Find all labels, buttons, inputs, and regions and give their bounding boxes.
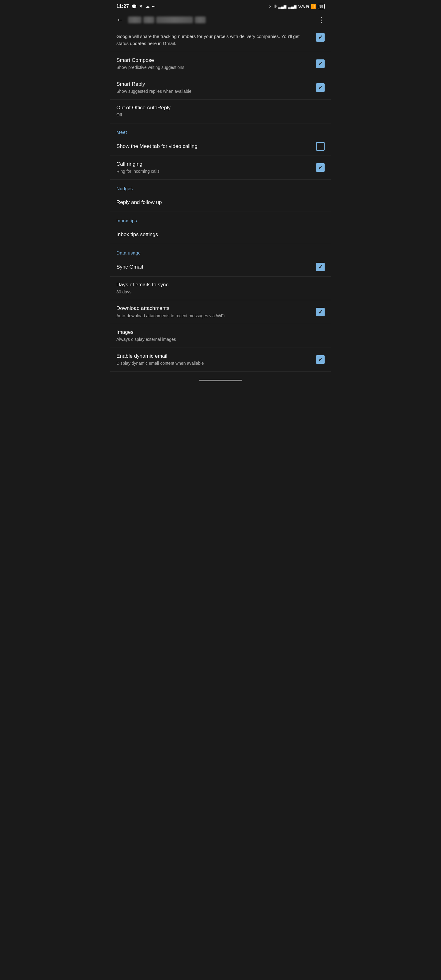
avatar-3 [195, 16, 206, 23]
meet-tab-text: Show the Meet tab for video calling [116, 143, 316, 150]
smart-reply-checkbox[interactable]: ✓ [316, 83, 325, 92]
dynamic-email-item[interactable]: Enable dynamic email Display dynamic ema… [110, 348, 331, 372]
registered-icon: ® [274, 4, 277, 9]
reply-follow-up-item[interactable]: Reply and follow up [110, 194, 331, 212]
signal2-icon: ▂▄▆ [288, 4, 296, 9]
checkmark-icon: ✓ [318, 309, 323, 315]
sync-gmail-item[interactable]: Sync Gmail ✓ [110, 258, 331, 277]
twitter-icon: ✕ [139, 4, 143, 9]
parcel-tracking-text: Google will share the tracking numbers f… [116, 33, 316, 47]
toolbar-account-info [128, 16, 313, 23]
inbox-tips-settings-item[interactable]: Inbox tips settings [110, 226, 331, 244]
call-ringing-checkbox[interactable]: ✓ [316, 163, 325, 172]
reply-follow-up-title: Reply and follow up [116, 199, 320, 206]
settings-list: Google will share the tracking numbers f… [110, 28, 331, 372]
checkmark-icon: ✓ [318, 85, 323, 90]
avatar-2 [143, 16, 154, 23]
checkmark-icon: ✓ [318, 264, 323, 270]
toolbar: ← ⋮ [110, 12, 331, 28]
sync-gmail-checkbox[interactable]: ✓ [316, 263, 325, 271]
battery-level: 98 [319, 5, 323, 8]
meet-tab-checkbox[interactable] [316, 142, 325, 151]
back-button[interactable]: ← [115, 15, 124, 25]
out-of-office-title: Out of Office AutoReply [116, 105, 320, 111]
images-title: Images [116, 329, 320, 336]
download-attachments-subtitle: Auto-download attachments to recent mess… [116, 313, 311, 319]
account-name-blur [156, 16, 193, 23]
smart-compose-checkbox[interactable]: ✓ [316, 59, 325, 68]
checkmark-icon: ✓ [318, 165, 323, 170]
meet-tab-item[interactable]: Show the Meet tab for video calling [110, 137, 331, 156]
status-time: 11:27 💬 ✕ ☁ ··· [116, 4, 156, 9]
signal-icon: ▂▄▆ [279, 4, 287, 9]
cloud-icon: ☁ [145, 4, 150, 9]
checkmark-icon: ✓ [318, 35, 323, 40]
smart-compose-subtitle: Show predictive writing suggestions [116, 65, 311, 71]
checkmark-icon: ✓ [318, 61, 323, 67]
home-bar [199, 380, 242, 381]
dynamic-email-text: Enable dynamic email Display dynamic ema… [116, 353, 316, 367]
days-sync-value: 30 days [116, 289, 320, 295]
days-sync-item[interactable]: Days of emails to sync 30 days [110, 277, 331, 301]
smart-reply-subtitle: Show suggested replies when available [116, 89, 311, 95]
meet-section-header: Meet [110, 123, 331, 137]
dynamic-email-subtitle: Display dynamic email content when avail… [116, 360, 311, 367]
download-attachments-item[interactable]: Download attachments Auto-download attac… [110, 300, 331, 324]
status-bar: 11:27 💬 ✕ ☁ ··· ⨯ ® ▂▄▆ ▂▄▆ VoWiFi 📶 98 [110, 0, 331, 12]
vowifi-label: VoWiFi [298, 5, 309, 8]
status-right: ⨯ ® ▂▄▆ ▂▄▆ VoWiFi 📶 98 [269, 4, 325, 9]
call-ringing-subtitle: Ring for incoming calls [116, 169, 311, 175]
out-of-office-text: Out of Office AutoReply Off [116, 105, 325, 118]
inbox-tips-settings-text: Inbox tips settings [116, 231, 325, 238]
call-ringing-title: Call ringing [116, 161, 311, 167]
smart-compose-title: Smart Compose [116, 57, 311, 64]
data-usage-section-header: Data usage [110, 244, 331, 258]
images-text: Images Always display external images [116, 329, 325, 343]
smart-compose-item[interactable]: Smart Compose Show predictive writing su… [110, 52, 331, 76]
home-indicator [110, 375, 331, 386]
parcel-tracking-checkbox[interactable]: ✓ [316, 33, 325, 41]
inbox-tips-section-header: Inbox tips [110, 212, 331, 226]
checkmark-icon: ✓ [318, 357, 323, 362]
dots-icon: ··· [152, 4, 156, 9]
dynamic-email-checkbox[interactable]: ✓ [316, 355, 325, 364]
call-ringing-text: Call ringing Ring for incoming calls [116, 161, 316, 175]
smart-reply-title: Smart Reply [116, 81, 311, 88]
reply-follow-up-text: Reply and follow up [116, 199, 325, 206]
download-attachments-text: Download attachments Auto-download attac… [116, 305, 316, 319]
wifi-icon: 📶 [311, 4, 316, 9]
images-subtitle: Always display external images [116, 337, 320, 343]
images-item[interactable]: Images Always display external images [110, 324, 331, 348]
smart-reply-item[interactable]: Smart Reply Show suggested replies when … [110, 76, 331, 100]
more-options-button[interactable]: ⋮ [317, 15, 326, 25]
time-display: 11:27 [116, 4, 129, 9]
out-of-office-status: Off [116, 112, 320, 118]
download-attachments-checkbox[interactable]: ✓ [316, 308, 325, 317]
days-sync-text: Days of emails to sync 30 days [116, 282, 325, 295]
parcel-tracking-item[interactable]: Google will share the tracking numbers f… [110, 28, 331, 52]
dynamic-email-title: Enable dynamic email [116, 353, 311, 360]
bluetooth-icon: ⨯ [269, 4, 272, 9]
avatar-1 [128, 16, 142, 23]
smart-compose-text: Smart Compose Show predictive writing su… [116, 57, 316, 71]
nudges-section-header: Nudges [110, 180, 331, 194]
sync-gmail-text: Sync Gmail [116, 264, 316, 270]
days-sync-title: Days of emails to sync [116, 282, 320, 288]
whatsapp-icon: 💬 [131, 4, 137, 9]
call-ringing-item[interactable]: Call ringing Ring for incoming calls ✓ [110, 156, 331, 180]
inbox-tips-settings-title: Inbox tips settings [116, 231, 320, 238]
sync-gmail-title: Sync Gmail [116, 264, 311, 270]
battery-indicator: 98 [318, 4, 325, 9]
meet-tab-title: Show the Meet tab for video calling [116, 143, 311, 150]
smart-reply-text: Smart Reply Show suggested replies when … [116, 81, 316, 95]
out-of-office-item[interactable]: Out of Office AutoReply Off [110, 100, 331, 123]
download-attachments-title: Download attachments [116, 305, 311, 312]
